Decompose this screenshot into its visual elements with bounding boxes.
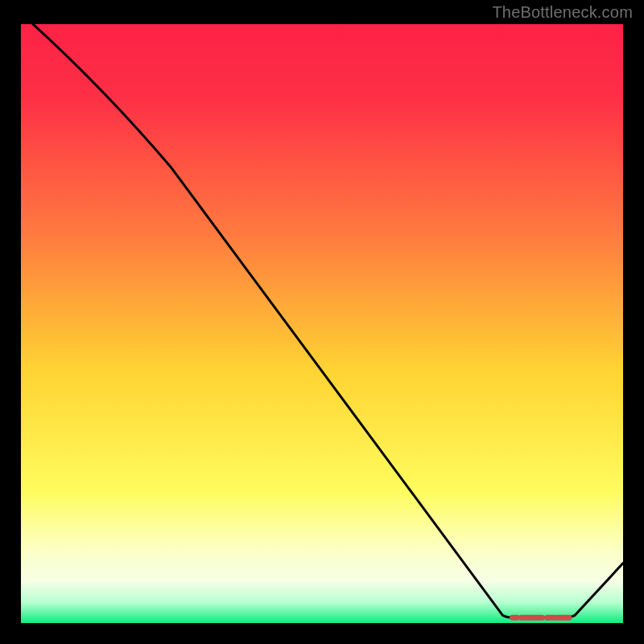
chart-container: TheBottleneck.com — [0, 0, 644, 644]
gradient-background — [21, 24, 623, 623]
chart-svg — [21, 24, 623, 623]
plot-area — [21, 24, 623, 623]
attribution-label: TheBottleneck.com — [492, 3, 633, 22]
